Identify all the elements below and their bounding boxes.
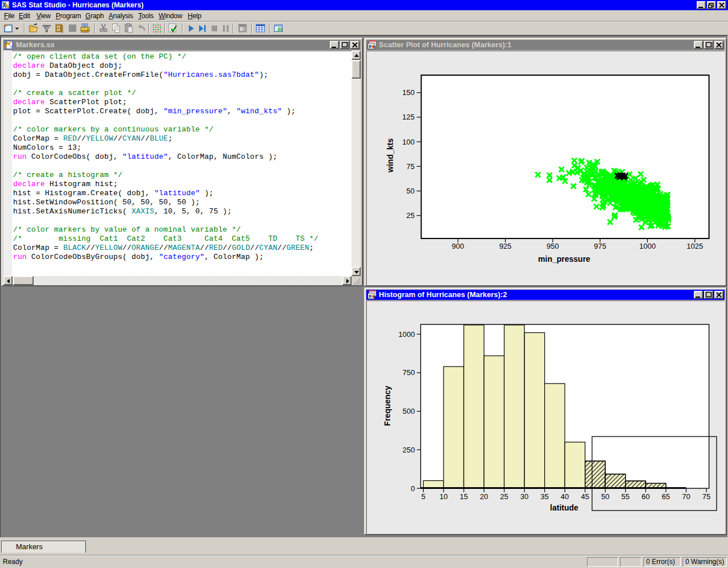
- svg-text:0: 0: [411, 484, 415, 493]
- svg-text:1025: 1025: [686, 242, 703, 250]
- svg-text:50: 50: [601, 492, 609, 501]
- svg-text:100: 100: [402, 138, 415, 146]
- svg-text:950: 950: [547, 242, 559, 250]
- svg-text:wind_kts: wind_kts: [386, 138, 395, 173]
- svg-text:925: 925: [499, 242, 512, 250]
- svg-text:125: 125: [402, 113, 415, 121]
- svg-text:70: 70: [682, 492, 690, 501]
- svg-text:min_pressure: min_pressure: [538, 254, 590, 264]
- svg-text:50: 50: [407, 187, 415, 195]
- svg-text:250: 250: [403, 446, 415, 454]
- svg-text:15: 15: [460, 492, 468, 501]
- svg-text:65: 65: [662, 492, 670, 501]
- svg-text:latitude: latitude: [550, 503, 578, 512]
- svg-text:25: 25: [500, 492, 508, 501]
- svg-text:25: 25: [407, 211, 415, 220]
- svg-text:35: 35: [540, 492, 548, 501]
- svg-text:1000: 1000: [398, 330, 415, 339]
- svg-text:30: 30: [520, 492, 528, 501]
- svg-text:975: 975: [594, 242, 606, 250]
- svg-text:20: 20: [480, 492, 488, 501]
- svg-text:1000: 1000: [639, 242, 656, 250]
- svg-text:75: 75: [702, 492, 710, 501]
- svg-text:55: 55: [622, 492, 630, 501]
- svg-text:150: 150: [402, 88, 415, 97]
- svg-text:40: 40: [561, 492, 569, 501]
- svg-text:10: 10: [440, 492, 448, 501]
- svg-text:60: 60: [642, 492, 650, 501]
- svg-text:900: 900: [452, 242, 464, 250]
- svg-text:75: 75: [407, 162, 415, 171]
- svg-text:500: 500: [403, 407, 415, 415]
- svg-text:5: 5: [421, 492, 425, 501]
- svg-text:45: 45: [581, 492, 589, 501]
- svg-text:Frequency: Frequency: [383, 385, 392, 426]
- svg-text:750: 750: [403, 368, 415, 377]
